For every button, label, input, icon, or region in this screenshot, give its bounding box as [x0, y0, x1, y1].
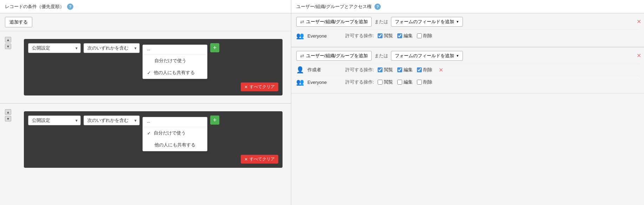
- right-panel-title: ユーザー/組織/グループとアクセス権: [296, 4, 372, 10]
- block2-plus-button[interactable]: +: [210, 115, 219, 125]
- block1-dropdown: -- 自分だけで使う 他の人にも共有する: [142, 45, 207, 79]
- block1-dropdown-top: --: [143, 45, 207, 55]
- block2-field-arrow: ▼: [75, 119, 78, 123]
- block2-option1[interactable]: 自分だけで使う: [143, 127, 207, 139]
- block2-clear-x-icon: ✕: [244, 157, 248, 162]
- block2-dropdown-top: --: [143, 117, 207, 127]
- add-field-arrow-2: ▼: [456, 54, 459, 58]
- browse-checkbox-1[interactable]: 閲覧: [378, 33, 393, 39]
- delete-checkbox-1[interactable]: 削除: [417, 33, 432, 39]
- block1-option2[interactable]: 他の人にも共有する: [143, 67, 207, 79]
- everyone-icon-1: 👥: [296, 32, 304, 40]
- permission-label-2b: 許可する操作:: [345, 79, 374, 85]
- or-text-1: または: [374, 19, 388, 25]
- permission-label-1: 許可する操作:: [345, 33, 374, 39]
- creator-name: 作成者: [307, 67, 339, 73]
- block2-condition-select[interactable]: 次のいずれかを含む ▼: [84, 115, 140, 125]
- swap-icon-1: ⇄: [300, 19, 304, 25]
- delete-checkbox-2a[interactable]: 削除: [417, 67, 432, 73]
- block2-clear-button[interactable]: ✕ すべてクリア: [241, 155, 278, 164]
- block1-plus-button[interactable]: +: [210, 43, 219, 52]
- block1-clear-x-icon: ✕: [244, 85, 248, 90]
- everyone-name-1: Everyone: [307, 33, 339, 39]
- right-block2-row-1: 👥 Everyone 許可する操作: 閲覧 編集 削除: [296, 76, 639, 88]
- creator-row-delete[interactable]: ✕: [439, 67, 443, 73]
- browse-checkbox-2b[interactable]: 閲覧: [378, 79, 393, 85]
- left-help-icon[interactable]: ?: [67, 4, 73, 10]
- add-condition-button[interactable]: 追加する: [5, 17, 32, 27]
- right-help-icon[interactable]: ?: [374, 4, 381, 10]
- right-block2-row-0: 👤 作成者 許可する操作: 閲覧 編集 削除: [296, 64, 639, 76]
- block2-condition-arrow: ▼: [134, 119, 137, 123]
- block1-clear-button[interactable]: ✕ すべてクリア: [241, 82, 278, 91]
- everyone-name-2: Everyone: [307, 80, 339, 85]
- add-user-btn-2[interactable]: ⇄ ユーザー/組織/グループを追加: [296, 51, 372, 61]
- block1-field-select-arrow: ▼: [75, 46, 78, 50]
- or-text-2: または: [374, 53, 388, 59]
- edit-checkbox-2b[interactable]: 編集: [397, 79, 413, 85]
- edit-checkbox-1[interactable]: 編集: [397, 33, 413, 39]
- swap-icon-2: ⇄: [300, 53, 304, 59]
- browse-checkbox-2a[interactable]: 閲覧: [378, 67, 393, 73]
- block2-option2[interactable]: 他の人にも共有する: [143, 139, 207, 151]
- right-block1-delete-btn[interactable]: ✕: [637, 18, 641, 25]
- block2-up-arrow[interactable]: ▲: [5, 109, 11, 115]
- block1-condition-select[interactable]: 次のいずれかを含む ▼: [84, 43, 140, 53]
- block1-option1[interactable]: 自分だけで使う: [143, 55, 207, 67]
- block2-dropdown: -- 自分だけで使う 他の人にも共有する: [142, 117, 207, 151]
- edit-checkbox-2a[interactable]: 編集: [397, 67, 413, 73]
- right-block1-row-0: 👥 Everyone 許可する操作: 閲覧 編集 削除: [296, 29, 639, 42]
- block1-down-arrow[interactable]: ▼: [5, 44, 11, 49]
- permission-label-2a: 許可する操作:: [345, 67, 374, 73]
- block1-condition-arrow: ▼: [134, 46, 137, 50]
- add-field-btn-1[interactable]: フォームのフィールドを追加 ▼: [391, 17, 463, 27]
- block1-field-select[interactable]: 公開設定 ▼: [28, 43, 81, 53]
- creator-icon: 👤: [296, 66, 304, 74]
- add-field-arrow-1: ▼: [456, 20, 459, 24]
- block1-up-arrow[interactable]: ▲: [5, 37, 11, 42]
- block2-field-select[interactable]: 公開設定 ▼: [28, 115, 81, 125]
- left-panel-title: レコードの条件（優先度順）: [5, 4, 64, 10]
- right-block2-delete-btn[interactable]: ✕: [637, 52, 641, 59]
- delete-checkbox-2b[interactable]: 削除: [417, 79, 432, 85]
- block2-down-arrow[interactable]: ▼: [5, 116, 11, 121]
- add-user-btn-1[interactable]: ⇄ ユーザー/組織/グループを追加: [296, 17, 372, 27]
- everyone-icon-2: 👥: [296, 78, 304, 86]
- add-field-btn-2[interactable]: フォームのフィールドを追加 ▼: [391, 51, 463, 61]
